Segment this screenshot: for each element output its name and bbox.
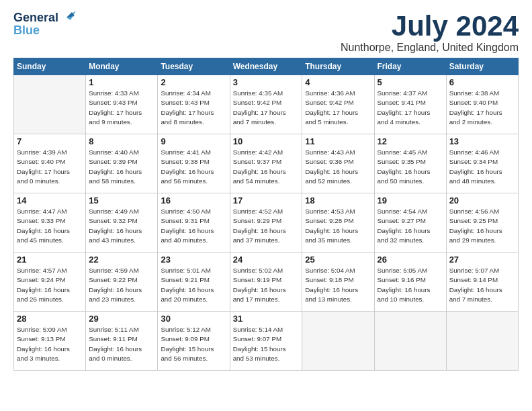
calendar-cell: 23Sunrise: 5:01 AM Sunset: 9:21 PM Dayli… <box>158 253 230 312</box>
cell-content: Sunrise: 5:05 AM Sunset: 9:16 PM Dayligh… <box>378 266 443 304</box>
cell-content: Sunrise: 4:35 AM Sunset: 9:42 PM Dayligh… <box>233 89 300 127</box>
day-number: 13 <box>449 136 515 146</box>
day-number: 15 <box>89 195 154 205</box>
day-number: 22 <box>89 255 154 265</box>
week-row-2: 7Sunrise: 4:39 AM Sunset: 9:40 PM Daylig… <box>14 134 519 193</box>
cell-content: Sunrise: 4:38 AM Sunset: 9:40 PM Dayligh… <box>449 89 515 127</box>
calendar-cell: 27Sunrise: 5:07 AM Sunset: 9:14 PM Dayli… <box>446 253 518 312</box>
calendar-cell: 22Sunrise: 4:59 AM Sunset: 9:22 PM Dayli… <box>86 253 158 312</box>
day-number: 7 <box>17 136 83 146</box>
calendar-cell <box>302 312 374 371</box>
week-row-4: 21Sunrise: 4:57 AM Sunset: 9:24 PM Dayli… <box>14 253 519 312</box>
calendar-cell: 18Sunrise: 4:53 AM Sunset: 9:28 PM Dayli… <box>302 193 374 253</box>
day-number: 31 <box>233 314 300 324</box>
day-number: 3 <box>233 77 300 87</box>
calendar-cell: 11Sunrise: 4:43 AM Sunset: 9:36 PM Dayli… <box>302 134 374 193</box>
cell-content: Sunrise: 4:57 AM Sunset: 9:24 PM Dayligh… <box>17 266 83 304</box>
calendar-cell: 14Sunrise: 4:47 AM Sunset: 9:33 PM Dayli… <box>14 193 86 253</box>
cell-content: Sunrise: 4:56 AM Sunset: 9:25 PM Dayligh… <box>449 207 515 245</box>
page: General Blue July 2024 Nunthorpe, Englan… <box>0 0 532 411</box>
calendar-cell: 3Sunrise: 4:35 AM Sunset: 9:42 PM Daylig… <box>230 75 302 134</box>
cell-content: Sunrise: 4:41 AM Sunset: 9:38 PM Dayligh… <box>161 148 226 186</box>
weekday-header-sunday: Sunday <box>14 58 86 75</box>
day-number: 1 <box>89 77 154 87</box>
cell-content: Sunrise: 5:01 AM Sunset: 9:21 PM Dayligh… <box>161 266 226 304</box>
calendar-cell: 21Sunrise: 4:57 AM Sunset: 9:24 PM Dayli… <box>14 253 86 312</box>
day-number: 9 <box>161 136 226 146</box>
calendar-cell <box>374 312 446 371</box>
weekday-header-row: SundayMondayTuesdayWednesdayThursdayFrid… <box>14 58 519 75</box>
day-number: 12 <box>378 136 443 146</box>
calendar-cell: 2Sunrise: 4:34 AM Sunset: 9:43 PM Daylig… <box>158 75 230 134</box>
calendar-cell: 26Sunrise: 5:05 AM Sunset: 9:16 PM Dayli… <box>374 253 446 312</box>
cell-content: Sunrise: 4:47 AM Sunset: 9:33 PM Dayligh… <box>17 207 83 245</box>
month-title: July 2024 <box>341 11 519 42</box>
day-number: 27 <box>449 255 515 265</box>
cell-content: Sunrise: 4:39 AM Sunset: 9:40 PM Dayligh… <box>17 148 83 186</box>
cell-content: Sunrise: 4:59 AM Sunset: 9:22 PM Dayligh… <box>89 266 154 304</box>
cell-content: Sunrise: 5:09 AM Sunset: 9:13 PM Dayligh… <box>17 325 83 363</box>
cell-content: Sunrise: 5:04 AM Sunset: 9:18 PM Dayligh… <box>305 266 371 304</box>
day-number: 24 <box>233 255 300 265</box>
calendar-cell: 15Sunrise: 4:49 AM Sunset: 9:32 PM Dayli… <box>86 193 158 253</box>
cell-content: Sunrise: 4:36 AM Sunset: 9:42 PM Dayligh… <box>305 89 371 127</box>
weekday-header-thursday: Thursday <box>302 58 374 75</box>
day-number: 26 <box>378 255 443 265</box>
day-number: 28 <box>17 314 83 324</box>
week-row-5: 28Sunrise: 5:09 AM Sunset: 9:13 PM Dayli… <box>14 312 519 371</box>
week-row-3: 14Sunrise: 4:47 AM Sunset: 9:33 PM Dayli… <box>14 193 519 253</box>
location: Nunthorpe, England, United Kingdom <box>341 42 519 54</box>
cell-content: Sunrise: 4:45 AM Sunset: 9:35 PM Dayligh… <box>378 148 443 186</box>
logo-general: General <box>13 11 58 25</box>
calendar-cell: 1Sunrise: 4:33 AM Sunset: 9:43 PM Daylig… <box>86 75 158 134</box>
cell-content: Sunrise: 4:46 AM Sunset: 9:34 PM Dayligh… <box>449 148 515 186</box>
calendar-cell <box>14 75 86 134</box>
cell-content: Sunrise: 5:12 AM Sunset: 9:09 PM Dayligh… <box>161 325 226 363</box>
weekday-header-tuesday: Tuesday <box>158 58 230 75</box>
calendar-cell: 17Sunrise: 4:52 AM Sunset: 9:29 PM Dayli… <box>230 193 302 253</box>
day-number: 10 <box>233 136 300 146</box>
calendar-cell: 31Sunrise: 5:14 AM Sunset: 9:07 PM Dayli… <box>230 312 302 371</box>
cell-content: Sunrise: 5:02 AM Sunset: 9:19 PM Dayligh… <box>233 266 300 304</box>
header: General Blue July 2024 Nunthorpe, Englan… <box>13 11 519 54</box>
cell-content: Sunrise: 5:11 AM Sunset: 9:11 PM Dayligh… <box>89 325 154 363</box>
calendar-cell: 25Sunrise: 5:04 AM Sunset: 9:18 PM Dayli… <box>302 253 374 312</box>
day-number: 2 <box>161 77 226 87</box>
calendar-cell: 9Sunrise: 4:41 AM Sunset: 9:38 PM Daylig… <box>158 134 230 193</box>
cell-content: Sunrise: 4:33 AM Sunset: 9:43 PM Dayligh… <box>89 89 154 127</box>
calendar-cell: 13Sunrise: 4:46 AM Sunset: 9:34 PM Dayli… <box>446 134 518 193</box>
day-number: 18 <box>305 195 371 205</box>
week-row-1: 1Sunrise: 4:33 AM Sunset: 9:43 PM Daylig… <box>14 75 519 134</box>
day-number: 5 <box>378 77 443 87</box>
cell-content: Sunrise: 4:49 AM Sunset: 9:32 PM Dayligh… <box>89 207 154 245</box>
cell-content: Sunrise: 4:34 AM Sunset: 9:43 PM Dayligh… <box>161 89 226 127</box>
weekday-header-monday: Monday <box>86 58 158 75</box>
day-number: 21 <box>17 255 83 265</box>
calendar-cell: 16Sunrise: 4:50 AM Sunset: 9:31 PM Dayli… <box>158 193 230 253</box>
weekday-header-saturday: Saturday <box>446 58 518 75</box>
calendar-cell: 28Sunrise: 5:09 AM Sunset: 9:13 PM Dayli… <box>14 312 86 371</box>
cell-content: Sunrise: 4:50 AM Sunset: 9:31 PM Dayligh… <box>161 207 226 245</box>
day-number: 17 <box>233 195 300 205</box>
day-number: 4 <box>305 77 371 87</box>
calendar-cell: 19Sunrise: 4:54 AM Sunset: 9:27 PM Dayli… <box>374 193 446 253</box>
calendar-cell: 12Sunrise: 4:45 AM Sunset: 9:35 PM Dayli… <box>374 134 446 193</box>
day-number: 20 <box>449 195 515 205</box>
calendar-cell: 20Sunrise: 4:56 AM Sunset: 9:25 PM Dayli… <box>446 193 518 253</box>
day-number: 23 <box>161 255 226 265</box>
weekday-header-friday: Friday <box>374 58 446 75</box>
weekday-header-wednesday: Wednesday <box>230 58 302 75</box>
cell-content: Sunrise: 4:52 AM Sunset: 9:29 PM Dayligh… <box>233 207 300 245</box>
cell-content: Sunrise: 5:07 AM Sunset: 9:14 PM Dayligh… <box>449 266 515 304</box>
day-number: 16 <box>161 195 226 205</box>
cell-content: Sunrise: 4:42 AM Sunset: 9:37 PM Dayligh… <box>233 148 300 186</box>
title-block: July 2024 Nunthorpe, England, United Kin… <box>341 11 519 54</box>
day-number: 6 <box>449 77 515 87</box>
day-number: 14 <box>17 195 83 205</box>
day-number: 11 <box>305 136 371 146</box>
cell-content: Sunrise: 5:14 AM Sunset: 9:07 PM Dayligh… <box>233 325 300 363</box>
calendar-cell: 5Sunrise: 4:37 AM Sunset: 9:41 PM Daylig… <box>374 75 446 134</box>
cell-content: Sunrise: 4:53 AM Sunset: 9:28 PM Dayligh… <box>305 207 371 245</box>
calendar-cell: 10Sunrise: 4:42 AM Sunset: 9:37 PM Dayli… <box>230 134 302 193</box>
cell-content: Sunrise: 4:40 AM Sunset: 9:39 PM Dayligh… <box>89 148 154 186</box>
